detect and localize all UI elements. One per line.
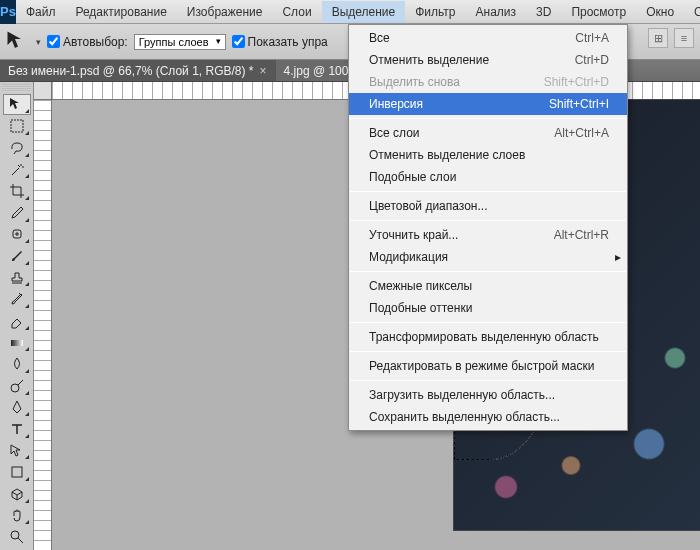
eraser-tool[interactable] (3, 310, 31, 332)
distribute-icon[interactable]: ≡ (674, 28, 694, 48)
shape-tool[interactable] (3, 461, 31, 483)
menu-filter[interactable]: Фильтр (405, 1, 465, 23)
menu-select[interactable]: Выделение (322, 1, 406, 23)
select-menu-dropdown: ВсеCtrl+A Отменить выделениеCtrl+D Выдел… (348, 24, 628, 431)
menu-quick-mask[interactable]: Редактировать в режиме быстрой маски (349, 355, 627, 377)
menu-analysis[interactable]: Анализ (466, 1, 527, 23)
pen-tool[interactable] (3, 397, 31, 419)
zoom-tool[interactable] (3, 526, 31, 548)
history-brush-tool[interactable] (3, 288, 31, 310)
lasso-tool[interactable] (3, 137, 31, 159)
show-controls-label: Показать упра (248, 35, 328, 49)
menu-similar-layers[interactable]: Подобные слои (349, 166, 627, 188)
tool-palette (0, 82, 34, 550)
wand-tool[interactable] (3, 159, 31, 181)
brush-tool[interactable] (3, 245, 31, 267)
right-panel-icons: ⊞ ≡ (648, 28, 694, 48)
menu-edit[interactable]: Редактирование (65, 1, 176, 23)
svg-point-3 (11, 384, 19, 392)
menu-inverse[interactable]: ИнверсияShift+Ctrl+I (349, 93, 627, 115)
menu-3d[interactable]: 3D (526, 1, 561, 23)
show-controls-checkbox[interactable] (232, 35, 245, 48)
doc-tab-2[interactable]: 4.jpg @ 100 (276, 60, 358, 81)
stamp-tool[interactable] (3, 267, 31, 289)
doc-tab-label: 4.jpg @ 100 (284, 64, 349, 78)
menu-separator (350, 322, 626, 323)
3d-tool[interactable] (3, 483, 31, 505)
dropdown-arrow-icon[interactable]: ▾ (36, 37, 41, 47)
menu-separator (350, 220, 626, 221)
menu-color-range[interactable]: Цветовой диапазон... (349, 195, 627, 217)
menu-all-layers[interactable]: Все слоиAlt+Ctrl+A (349, 122, 627, 144)
dodge-tool[interactable] (3, 375, 31, 397)
doc-tab-1[interactable]: Без имени-1.psd @ 66,7% (Слой 1, RGB/8) … (0, 60, 276, 81)
menu-save-selection[interactable]: Сохранить выделенную область... (349, 406, 627, 428)
close-icon[interactable]: × (260, 64, 267, 78)
doc-tab-label: Без имени-1.psd @ 66,7% (Слой 1, RGB/8) … (8, 64, 254, 78)
menu-grow[interactable]: Смежные пикселы (349, 275, 627, 297)
menu-separator (350, 118, 626, 119)
align-icon[interactable]: ⊞ (648, 28, 668, 48)
svg-rect-0 (11, 120, 23, 132)
menu-reselect: Выделить сноваShift+Ctrl+D (349, 71, 627, 93)
menu-select-all[interactable]: ВсеCtrl+A (349, 27, 627, 49)
heal-tool[interactable] (3, 224, 31, 246)
ruler-corner (34, 82, 52, 100)
marquee-tool[interactable] (3, 115, 31, 137)
autoselect-label: Автовыбор: (63, 35, 128, 49)
app-logo: Ps (0, 0, 16, 24)
menu-image[interactable]: Изображение (177, 1, 273, 23)
menu-separator (350, 351, 626, 352)
menu-separator (350, 191, 626, 192)
menu-view[interactable]: Просмотр (561, 1, 636, 23)
menu-layers[interactable]: Слои (272, 1, 321, 23)
menu-window[interactable]: Окно (636, 1, 684, 23)
menu-similar[interactable]: Подобные оттенки (349, 297, 627, 319)
move-tool-icon (6, 30, 30, 54)
menubar: Ps Файл Редактирование Изображение Слои … (0, 0, 700, 24)
chevron-right-icon: ▸ (615, 250, 621, 264)
path-tool[interactable] (3, 440, 31, 462)
crop-tool[interactable] (3, 180, 31, 202)
svg-rect-4 (12, 467, 22, 477)
menu-load-selection[interactable]: Загрузить выделенную область... (349, 384, 627, 406)
svg-point-5 (11, 531, 19, 539)
eyedropper-tool[interactable] (3, 202, 31, 224)
autoselect-checkbox[interactable] (47, 35, 60, 48)
menu-separator (350, 380, 626, 381)
blur-tool[interactable] (3, 353, 31, 375)
menu-deselect[interactable]: Отменить выделениеCtrl+D (349, 49, 627, 71)
menu-refine-edge[interactable]: Уточнить край...Alt+Ctrl+R (349, 224, 627, 246)
menu-modify[interactable]: Модификация▸ (349, 246, 627, 268)
menu-help[interactable]: С (684, 1, 700, 23)
menu-transform-selection[interactable]: Трансформировать выделенную область (349, 326, 627, 348)
type-tool[interactable] (3, 418, 31, 440)
palette-grip[interactable] (2, 84, 31, 92)
autoselect-dropdown[interactable]: Группы слоев (134, 34, 226, 50)
svg-rect-2 (11, 340, 23, 346)
menu-file[interactable]: Файл (16, 1, 66, 23)
menu-deselect-layers[interactable]: Отменить выделение слоев (349, 144, 627, 166)
menu-separator (350, 271, 626, 272)
gradient-tool[interactable] (3, 332, 31, 354)
ruler-vertical[interactable] (34, 100, 52, 550)
move-tool[interactable] (3, 94, 31, 116)
hand-tool[interactable] (3, 505, 31, 527)
